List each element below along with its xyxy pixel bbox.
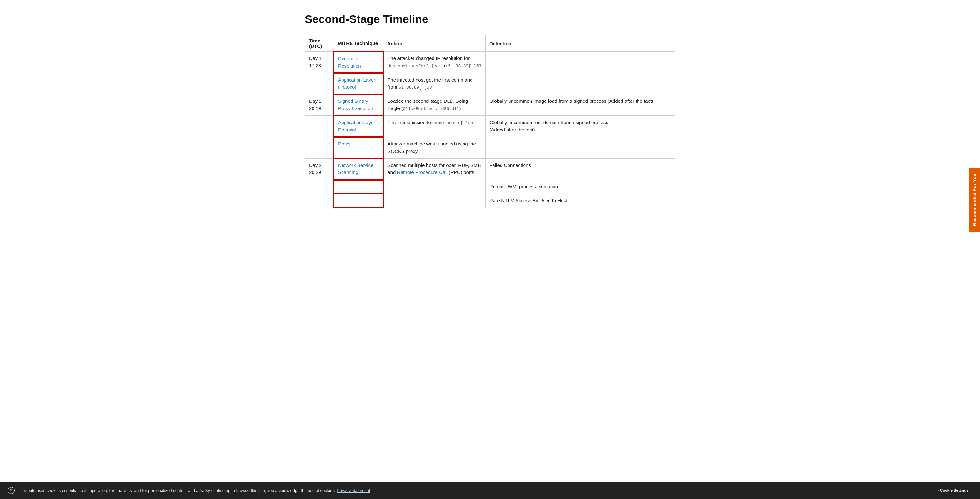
rpc-link[interactable]: Remote Procedure Call [397, 169, 447, 175]
col-header-detection: Detection [485, 35, 675, 52]
action-cell-empty-1 [383, 180, 485, 194]
mitre-link-dynamic-resolution[interactable]: Dynamic Resolution [338, 56, 361, 68]
mitre-link-proxy[interactable]: Proxy [338, 141, 350, 146]
mitre-link-signed-binary[interactable]: Signed Binary Proxy Execution [338, 98, 373, 111]
action-cell-2: The infected host got the first command … [383, 73, 485, 94]
timeline-table: Time (UTC) MITRE Technique Action Detect… [305, 35, 675, 208]
detection-cell-2 [485, 73, 675, 94]
mitre-cell-app-layer-2: Application Layer Protocol [334, 116, 383, 137]
detection-cell-1 [485, 52, 675, 73]
action-cell-empty-2 [383, 194, 485, 208]
table-row: Remote WMI process execution [305, 180, 675, 194]
table-row: Day 117:28 Dynamic Resolution The attack… [305, 52, 675, 73]
detection-cell-4: Globally uncommon root domain from a sig… [485, 116, 675, 137]
time-cell: Day 117:28 [305, 52, 334, 73]
time-cell-empty-2 [305, 116, 334, 137]
mitre-link-network-service[interactable]: Network Service Scanning [338, 162, 374, 175]
mitre-cell-empty-2 [334, 194, 383, 208]
detection-cell-wmi: Remote WMI process execution [485, 180, 675, 194]
time-cell-empty-5 [305, 194, 334, 208]
detection-cell-failed-connections: Failed Connections [485, 158, 675, 180]
mitre-link-app-layer-2[interactable]: Application Layer Protocol [338, 120, 375, 132]
table-row: Rare NTLM Access By User To Host [305, 194, 675, 208]
time-cell-day2-2029: Day 220:29 [305, 158, 334, 180]
page-title: Second-Stage Timeline [305, 13, 675, 25]
action-cell-6: Scanned multiple hosts for open RDP, SMB… [383, 158, 485, 180]
main-content: Second-Stage Timeline Time (UTC) MITRE T… [299, 0, 681, 234]
action-cell-1: The attacker changed IP resolution for d… [383, 52, 485, 73]
table-row: Application Layer Protocol First transmi… [305, 116, 675, 137]
table-row: Day 220:19 Signed Binary Proxy Execution… [305, 94, 675, 116]
mitre-cell-network-service: Network Service Scanning [334, 158, 383, 180]
table-row: Day 220:29 Network Service Scanning Scan… [305, 158, 675, 180]
mitre-cell-app-layer-1: Application Layer Protocol [334, 73, 383, 94]
mitre-cell-signed-binary: Signed Binary Proxy Execution [334, 94, 383, 116]
action-cell-3: Loaded the second-stage DLL, Going Eagle… [383, 94, 485, 116]
mitre-cell-empty-1 [334, 180, 383, 194]
table-row: Application Layer Protocol The infected … [305, 73, 675, 94]
time-cell-day2-2019: Day 220:19 [305, 94, 334, 116]
time-cell-empty-1 [305, 73, 334, 94]
mitre-cell-proxy: Proxy [334, 137, 383, 158]
recommended-label: Recommended For You [972, 173, 977, 226]
col-header-mitre: MITRE Technique [334, 35, 383, 52]
mitre-link-app-layer-1[interactable]: Application Layer Protocol [338, 77, 375, 90]
table-row: Proxy Attacker machine was tunneled usin… [305, 137, 675, 158]
detection-cell-3: Globally uncommon image load from a sign… [485, 94, 675, 116]
action-cell-4: First transmission to reporterror[.]net [383, 116, 485, 137]
col-header-time: Time (UTC) [305, 35, 334, 52]
detection-cell-ntlm: Rare NTLM Access By User To Host [485, 194, 675, 208]
recommended-sidebar[interactable]: Recommended For You [969, 167, 980, 231]
detection-cell-5 [485, 137, 675, 158]
action-cell-5: Attacker machine was tunneled using the … [383, 137, 485, 158]
time-cell-empty-4 [305, 180, 334, 194]
mitre-cell-dynamic-resolution: Dynamic Resolution [334, 52, 383, 73]
time-cell-empty-3 [305, 137, 334, 158]
col-header-action: Action [383, 35, 485, 52]
